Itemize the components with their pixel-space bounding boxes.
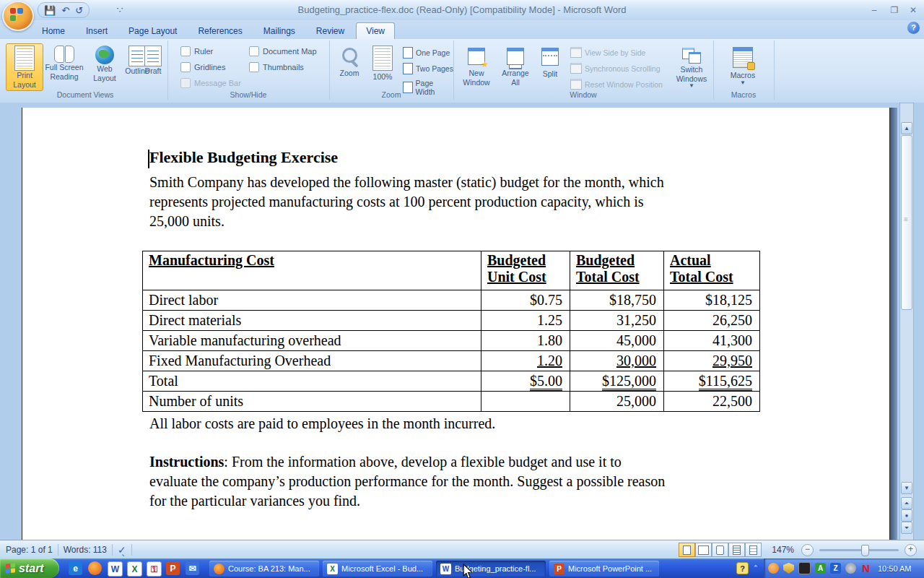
taskbar-item-excel[interactable]: X Microsoft Excel - Bud... [323,561,432,577]
draft-label: Draft [145,66,162,76]
zoom-slider-track[interactable] [819,549,899,551]
thumbnails-label: Thumbnails [263,63,304,72]
thumbnails-checkbox[interactable]: Thumbnails [249,62,304,72]
macros-dropdown-icon: ▼ [740,80,746,86]
help-tray-icon[interactable]: ? [736,562,749,574]
zoom-out-button[interactable]: − [801,544,814,556]
macros-button[interactable]: Macros ▼ [723,43,762,86]
web-layout-label: Web [97,64,112,74]
cell: $18,750 [570,290,664,311]
view-side-by-side-label: View Side by Side [585,48,645,57]
view-side-by-side-icon [570,47,582,58]
document-page[interactable]: Flexible Budgeting Exercise Smith Compan… [22,108,890,540]
view-outline-button[interactable] [728,543,745,557]
one-page-label: One Page [416,48,450,57]
two-pages-button[interactable]: Two Pages [403,63,453,74]
firefox-icon[interactable] [88,561,102,575]
ribbon-tab-row: Home Insert Page Layout References Maili… [0,20,924,39]
word-count[interactable]: Words: 113 [64,545,107,555]
excel-quicklaunch-icon[interactable]: X [127,561,142,577]
collapse-tray-icon[interactable]: ⌃ [753,564,759,571]
close-button[interactable]: ✕ [905,4,921,16]
scrollbar-thumb[interactable] [901,135,912,310]
tray-icon-zonealarm[interactable]: Z [830,563,841,574]
full-screen-reading-icon [54,46,74,63]
tab-mailings[interactable]: Mailings [254,23,305,39]
next-page-icon[interactable]: ⏷ [901,522,912,534]
outlook-express-icon[interactable]: ✉ [186,561,199,575]
split-button[interactable]: Split [536,43,565,79]
gridlines-checkbox[interactable]: Gridlines [180,62,225,72]
select-browse-object-icon[interactable]: ● [901,509,912,522]
document-map-checkbox[interactable]: Document Map [249,46,317,56]
tab-view[interactable]: View [356,22,395,39]
zoom-level[interactable]: 147% [772,545,794,555]
gridlines-checkbox-box [180,62,191,72]
reset-window-position-label: Reset Window Position [585,80,663,89]
tab-page-layout[interactable]: Page Layout [119,23,186,39]
group-label-show-hide: Show/Hide [167,90,329,99]
undo-icon[interactable]: ↶ [61,6,69,15]
view-full-screen-button[interactable] [695,543,712,557]
view-web-layout-button[interactable] [712,543,728,557]
header-budgeted-unit-cost: BudgetedUnit Cost [481,251,570,290]
draft-button[interactable]: Draft [139,43,167,76]
redo-icon[interactable]: ↺ [75,6,83,15]
tab-insert[interactable]: Insert [77,23,117,39]
one-page-button[interactable]: One Page [403,47,450,59]
draft-icon [144,46,162,66]
zoom-100-button[interactable]: 100% [367,43,398,82]
taskbar-item-powerpoint[interactable]: P Microsoft PowerPoint ... [549,561,659,577]
tray-icon-agent[interactable] [768,563,779,574]
view-draft-button[interactable] [745,543,762,557]
switch-windows-label: Switch [681,65,703,74]
powerpoint-quicklaunch-icon[interactable]: P [166,561,180,575]
scroll-up-icon[interactable]: ▲ [901,122,912,134]
tab-home[interactable]: Home [32,23,74,39]
taskbar-item-word-active[interactable]: W Budgeting_practice-fl... [436,561,546,577]
web-layout-button[interactable]: Web Layout [89,43,121,82]
ruler-checkbox[interactable]: Ruler [180,46,213,56]
tray-icon-app[interactable] [798,562,811,574]
tab-references[interactable]: References [188,23,251,39]
save-icon[interactable]: 💾 [44,6,56,15]
print-layout-button[interactable]: Print Layout [6,43,43,91]
internet-explorer-icon[interactable]: e [69,561,82,575]
zoom-slider-thumb[interactable] [861,545,869,556]
tray-icon-norton[interactable]: N [860,563,871,574]
office-button[interactable] [2,1,34,31]
view-print-layout-button[interactable] [679,543,695,557]
table-row: Fixed Manufacturing Overhead 1.20 30,000… [143,351,760,371]
zoom-button[interactable]: Zoom [334,43,365,78]
vertical-scrollbar[interactable]: ▲ ▼ ⏶ ● ⏷ [899,103,914,540]
web-layout-glyph-icon [716,545,724,555]
tray-icon-antivirus[interactable]: A [815,563,826,574]
scroll-down-icon[interactable]: ▼ [901,482,912,494]
tray-icon-shield[interactable] [783,563,794,574]
tab-review[interactable]: Review [307,23,354,39]
full-screen-reading-button[interactable]: Full Screen Reading [41,43,87,81]
qat-customize-icon[interactable]: ⸪ [117,4,123,14]
start-button[interactable]: start [0,558,59,578]
restore-button[interactable]: ❐ [886,4,902,16]
arrange-all-button[interactable]: Arrange All [497,43,534,87]
zoom-in-button[interactable]: + [905,544,917,556]
switch-windows-button[interactable]: Switch Windows ▼ [673,43,710,89]
minimize-button[interactable]: – [866,4,882,16]
help-icon[interactable]: ? [907,22,920,34]
split-icon [541,48,559,66]
tray-icon-volume[interactable] [845,563,856,574]
doc-note: All labor costs are paid to employees in… [149,414,495,434]
group-label-window: Window [453,90,713,99]
table-row: Variable manufacturing overhead 1.80 45,… [143,331,760,351]
doc-para1-line1: Smith Company has developed the followin… [149,173,664,192]
print-layout-label: Print [17,71,32,80]
group-document-views: Print Layout Full Screen Reading Web Lay… [3,40,168,100]
spellcheck-icon[interactable]: ✓̖ [118,544,126,556]
new-window-button[interactable]: New Window [458,43,495,87]
word-quicklaunch-icon[interactable]: W [108,561,123,577]
page-indicator[interactable]: Page: 1 of 1 [6,545,53,555]
access-key-icon[interactable]: ⚿ [147,561,162,577]
previous-page-icon[interactable]: ⏶ [901,497,912,509]
taskbar-item-firefox[interactable]: Course: BA 213: Man... [209,561,319,577]
